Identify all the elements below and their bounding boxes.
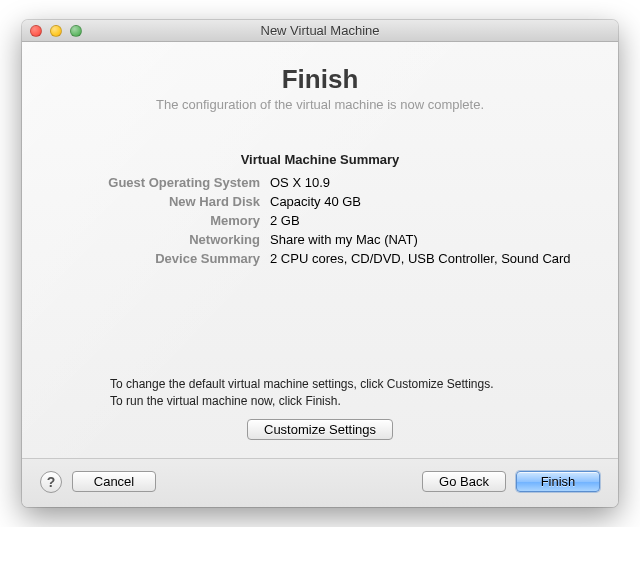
customize-settings-button[interactable]: Customize Settings — [247, 419, 393, 440]
minimize-icon[interactable] — [50, 25, 62, 37]
help-button[interactable]: ? — [40, 471, 62, 493]
instruction-line: To change the default virtual machine se… — [110, 376, 580, 393]
summary-value: 2 GB — [270, 213, 580, 228]
window: New Virtual Machine Finish The configura… — [22, 20, 618, 507]
page-subtitle: The configuration of the virtual machine… — [50, 97, 590, 112]
instruction-line: To run the virtual machine now, click Fi… — [110, 393, 580, 410]
window-title: New Virtual Machine — [22, 23, 618, 38]
traffic-lights — [22, 25, 82, 37]
close-icon[interactable] — [30, 25, 42, 37]
customize-row: Customize Settings — [50, 419, 590, 440]
cancel-button[interactable]: Cancel — [72, 471, 156, 492]
summary-label: Device Summary — [60, 251, 260, 266]
summary-title: Virtual Machine Summary — [50, 152, 590, 167]
summary-value: Capacity 40 GB — [270, 194, 580, 209]
summary-label: Guest Operating System — [60, 175, 260, 190]
page-title: Finish — [50, 64, 590, 95]
footer: ? Cancel Go Back Finish — [22, 459, 618, 507]
summary-label: Memory — [60, 213, 260, 228]
instructions: To change the default virtual machine se… — [110, 376, 580, 411]
go-back-button[interactable]: Go Back — [422, 471, 506, 492]
zoom-icon[interactable] — [70, 25, 82, 37]
finish-button[interactable]: Finish — [516, 471, 600, 492]
summary-label: Networking — [60, 232, 260, 247]
titlebar: New Virtual Machine — [22, 20, 618, 42]
summary-label: New Hard Disk — [60, 194, 260, 209]
content-pane: Finish The configuration of the virtual … — [22, 42, 618, 459]
summary-value: OS X 10.9 — [270, 175, 580, 190]
spacer — [50, 266, 590, 376]
summary-value: Share with my Mac (NAT) — [270, 232, 580, 247]
summary-value: 2 CPU cores, CD/DVD, USB Controller, Sou… — [270, 251, 580, 266]
summary-table: Guest Operating System OS X 10.9 New Har… — [60, 175, 580, 266]
